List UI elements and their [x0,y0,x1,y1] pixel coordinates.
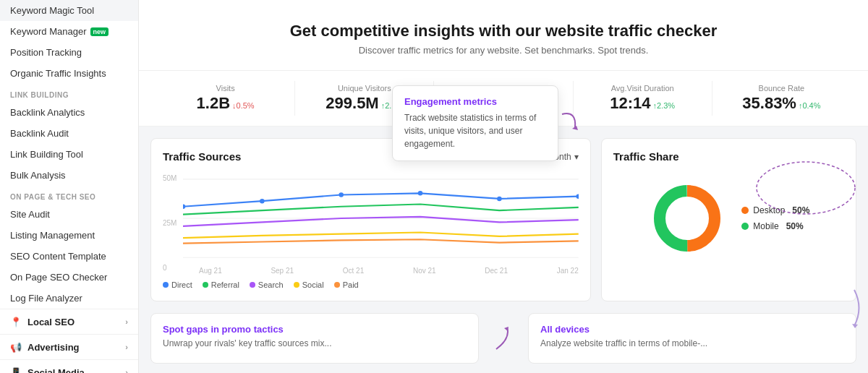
group-label: Social Media [27,367,85,374]
new-badge: new [90,27,109,36]
legend-label: Desktop [753,205,785,215]
metric-value: 12:14↑2.3% [579,94,706,113]
bottom-card-spot-gaps: Spot gaps in promo tactics Unwrap your r… [150,313,479,364]
metric-number: 1.2B [197,94,230,113]
section-link-building: LINK BUILDING [0,84,138,102]
sidebar-item-log-file[interactable]: Log File Analyzer [0,288,138,309]
sidebar-item-label: On Page SEO Checker [10,272,107,283]
sidebar-item-seo-content-template[interactable]: SEO Content Template [0,246,138,267]
sidebar-item-label: Keyword Manager [10,26,87,37]
metric-label: Bounce Rate [718,84,845,93]
chevron-right-icon: › [125,317,128,326]
location-icon: 📍 [10,316,22,327]
sidebar-group-local-seo[interactable]: 📍 Local SEO › [0,309,138,334]
tooltip-title: Engagement metrics [404,96,546,107]
sidebar-group-social-media[interactable]: 📱 Social Media › [0,359,138,373]
sidebar-item-on-page-seo[interactable]: On Page SEO Checker [0,267,138,288]
legend-dot [203,282,208,288]
metric-value: 1.2B↓0.5% [162,94,289,113]
donut-legend: Desktop 50% Mobile 50% [741,205,809,231]
sidebar-item-organic-traffic[interactable]: Organic Traffic Insights [0,63,138,84]
donut-chart [647,179,727,258]
donut-legend-mobile: Mobile 50% [741,221,809,231]
sidebar-item-label: Site Audit [10,209,50,220]
dot [576,194,578,199]
sidebar-group-advertising[interactable]: 📢 Advertising › [0,334,138,359]
legend-label: Search [258,280,284,289]
sidebar-item-label: Organic Traffic Insights [10,68,106,79]
metric-number: 299.5M [326,94,378,113]
bottom-card-title: Spot gaps in promo tactics [163,324,467,335]
metric-number: 35.83% [742,94,796,113]
section-on-page: ON PAGE & TECH SEO [0,186,138,204]
donut-legend-desktop: Desktop 50% [741,205,809,215]
legend-dot [741,207,749,214]
hero-title: Get competitive insights with our websit… [153,22,854,40]
traffic-share-title: Traffic Share [613,150,679,163]
x-label: Aug 21 [199,267,222,275]
bottom-card-text: Analyze website traffic in terms of mobi… [540,338,844,350]
hero-section: Get competitive insights with our websit… [139,0,868,71]
dot [418,191,423,196]
engagement-metrics-tooltip: Engagement metrics Track website statist… [392,85,558,161]
right-arrow-decoration [843,286,865,330]
sidebar-item-position-tracking[interactable]: Position Tracking [0,42,138,63]
metric-visits: Visits 1.2B↓0.5% [156,81,295,116]
sidebar-item-label: Backlink Analytics [10,107,85,118]
legend-label: Direct [171,280,192,289]
legend-label: Mobile [753,221,778,231]
sidebar-item-site-audit[interactable]: Site Audit [0,204,138,225]
bottom-card-all-devices: All devices Analyze website traffic in t… [528,313,856,364]
arrow-decoration-top [555,107,584,136]
tooltip-text: Track website statistics in terms of vis… [404,111,546,150]
legend-paid: Paid [334,280,359,289]
social-line [183,233,579,239]
referral-line [183,205,579,215]
social-media-icon: 📱 [10,366,22,373]
card-header: Traffic Share [613,150,844,163]
legend-dot [163,282,169,288]
legend-referral: Referral [203,280,239,289]
sidebar-item-label: Log File Analyzer [10,293,82,304]
svg-marker-5 [504,327,509,331]
y-label: 50M [163,174,176,182]
dot [497,197,502,202]
sidebar-item-label: Keyword Magic Tool [10,5,94,16]
main-content: Get competitive insights with our websit… [139,0,868,373]
x-axis-labels: Aug 21 Sep 21 Oct 21 Nov 21 Dec 21 Jan 2… [183,267,579,275]
bottom-cards-row: Spot gaps in promo tactics Unwrap your r… [139,313,868,373]
sidebar-item-label: Position Tracking [10,47,82,58]
hero-subtitle: Discover traffic metrics for any website… [153,45,854,56]
sidebar-item-bulk-analysis[interactable]: Bulk Analysis [0,165,138,186]
sidebar: Keyword Magic Tool Keyword Manager new P… [0,0,139,373]
x-label: Sep 21 [271,267,294,275]
sidebar-item-backlink-analytics[interactable]: Backlink Analytics [0,102,138,123]
chart-container: 50M 25M 0 [163,171,579,275]
dot [339,192,344,197]
sidebar-item-label: Listing Management [10,230,95,241]
metric-avg-visit-duration: Avg.Visit Duration 12:14↑2.3% [574,81,712,116]
group-label: Local SEO [27,317,75,327]
sidebar-item-link-building-tool[interactable]: Link Building Tool [0,144,138,165]
traffic-sources-card: Traffic Sources Last 6 month ▾ 50M 25M 0 [150,138,591,301]
sidebar-item-keyword-magic[interactable]: Keyword Magic Tool [0,0,138,21]
advertising-icon: 📢 [10,341,22,353]
traffic-share-card: Traffic Share Desktop 50% [601,138,856,301]
sidebar-item-keyword-manager[interactable]: Keyword Manager new [0,21,138,42]
dot [183,205,185,210]
metric-label: Avg.Visit Duration [579,84,706,93]
paid-line [183,239,579,243]
sidebar-item-label: Backlink Audit [10,128,69,139]
y-axis-labels: 50M 25M 0 [163,171,176,275]
legend-search: Search [250,280,284,289]
metric-change: ↑0.4% [799,101,821,110]
legend-dot [250,282,255,288]
sidebar-item-listing-management[interactable]: Listing Management [0,225,138,246]
x-label: Oct 21 [343,267,364,275]
legend-dot [334,282,340,288]
svg-marker-6 [852,324,858,328]
arrow-svg [493,324,514,353]
sidebar-item-backlink-audit[interactable]: Backlink Audit [0,123,138,144]
bottom-card-text: Unwrap your rivals' key traffic sources … [163,338,467,350]
chart-svg [183,171,579,265]
